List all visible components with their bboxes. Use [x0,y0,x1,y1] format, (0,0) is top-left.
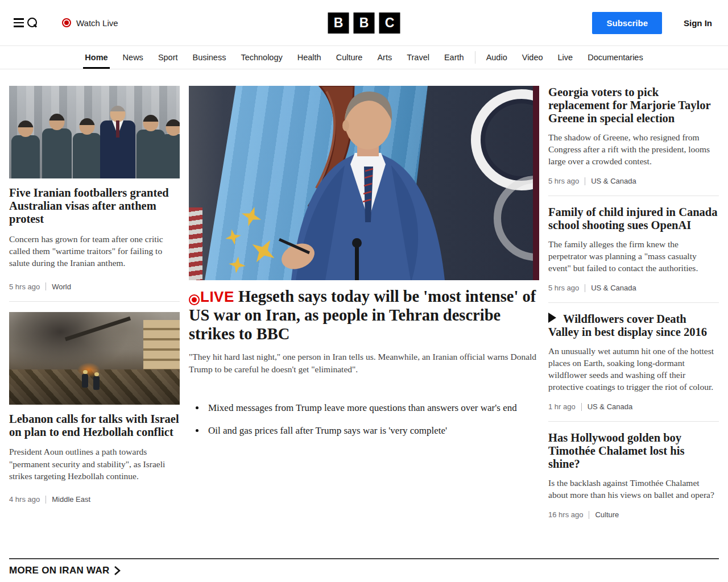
nav-item-arts[interactable]: Arts [370,46,399,69]
story-summary: President Aoun outlines a path towards "… [9,446,180,482]
section-title: MORE ON IRAN WAR [9,565,110,576]
timestamp: 16 hrs ago [548,510,583,519]
live-headline-link[interactable]: Hegseth says today will be 'most intense… [189,288,536,343]
nav-item-documentaries[interactable]: Documentaries [580,46,651,69]
more-on-iran-war-link[interactable]: MORE ON IRAN WAR [9,565,121,576]
nav-divider [475,51,475,64]
timestamp: 4 hrs ago [9,495,40,504]
timestamp: 1 hr ago [548,402,576,411]
logo-block: B [328,13,349,34]
story-card-wildflowers: Wildflowers cover Death Valley in best d… [548,313,719,411]
lebanon-image[interactable] [9,312,180,405]
bullet-link[interactable]: Oil and gas prices fall after Trump says… [208,425,447,436]
live-story-card: LIVE Hegseth says today will be 'most in… [189,86,539,436]
story-card-chalamet: Has Hollywood golden boy Timothée Chalam… [548,431,719,519]
story-divider [548,196,719,196]
more-on-iran-war-section: MORE ON IRAN WAR BBC VERIFY [0,558,728,582]
story-headline[interactable]: Family of child injured in Canada school… [548,206,718,231]
hamburger-icon [14,18,24,27]
right-column: Georgia voters to pick replacement for M… [548,86,719,519]
nav-item-live[interactable]: Live [551,46,581,69]
logo-block: B [354,13,375,34]
story-summary: An unusually wet autumn hit one of the h… [548,345,719,393]
live-dot-icon [62,18,71,27]
story-headline[interactable]: Wildflowers cover Death Valley in best d… [548,313,707,338]
story-summary: Is the backlash against Timothée Chalame… [548,477,719,501]
meta-divider [589,511,589,519]
story-meta: 5 hrs ago US & Canada [548,177,719,185]
nav-item-home[interactable]: Home [77,46,115,69]
timestamp: 5 hrs ago [548,284,579,292]
story-summary: Concern has grown for team after one cri… [9,233,180,269]
watch-live-label: Watch Live [76,18,118,28]
live-badge: LIVE [200,288,234,305]
top-bar: Watch Live B B C Subscribe Sign In [0,0,728,45]
story-card-footballers: Five Iranian footballers granted Austral… [9,86,180,291]
nav-item-business[interactable]: Business [185,46,234,69]
section-link[interactable]: US & Canada [591,177,636,185]
section-link[interactable]: Culture [595,510,619,519]
story-card-georgia: Georgia voters to pick replacement for M… [548,86,719,185]
meta-divider [585,177,585,185]
nav-item-health[interactable]: Health [290,46,329,69]
logo-block: C [379,13,400,34]
sign-in-button[interactable]: Sign In [684,18,712,28]
hegseth-image[interactable] [189,86,539,280]
play-icon [548,313,556,323]
story-card-openai: Family of child injured in Canada school… [548,206,719,292]
bbc-logo[interactable]: B B C [328,13,400,34]
nav-item-video[interactable]: Video [515,46,551,69]
microphone [355,247,359,280]
story-meta: 4 hrs ago Middle East [9,495,180,504]
home-grid: Five Iranian footballers granted Austral… [0,69,728,519]
search-icon [27,17,38,28]
story-meta: 16 hrs ago Culture [548,510,719,519]
nav-item-technology[interactable]: Technology [233,46,289,69]
nav-item-news[interactable]: News [115,46,151,69]
subscribe-button[interactable]: Subscribe [592,12,662,34]
timestamp: 5 hrs ago [548,177,579,185]
story-headline[interactable]: Lebanon calls for talks with Israel on p… [9,413,179,438]
section-divider [9,558,719,559]
chevron-right-icon [114,566,121,575]
nav-item-travel[interactable]: Travel [399,46,437,69]
meta-divider [46,496,46,504]
center-column: LIVE Hegseth says today will be 'most in… [189,86,539,519]
meta-divider [46,282,46,290]
story-card-lebanon: Lebanon calls for talks with Israel on p… [9,312,180,504]
story-summary: The family alleges the firm knew the per… [548,238,719,274]
live-headline: LIVE Hegseth says today will be 'most in… [189,288,539,343]
nav-item-earth[interactable]: Earth [437,46,471,69]
timestamp: 5 hrs ago [9,282,40,291]
live-summary: "They hit hard last night," one person i… [189,351,539,375]
primary-nav: Home News Sport Business Technology Heal… [0,45,728,69]
menu-search-button[interactable] [14,17,38,28]
nav-item-audio[interactable]: Audio [479,46,515,69]
story-headline[interactable]: Has Hollywood golden boy Timothée Chalam… [548,431,684,470]
watch-live-button[interactable]: Watch Live [62,18,118,28]
section-link[interactable]: World [52,282,71,291]
meta-divider [581,403,582,411]
story-divider [9,301,180,302]
story-summary: The shadow of Greene, who resigned from … [548,131,719,167]
story-headline[interactable]: Georgia voters to pick replacement for M… [548,86,710,124]
nav-item-sport[interactable]: Sport [151,46,185,69]
story-divider [548,421,719,422]
section-link[interactable]: US & Canada [591,284,636,292]
story-meta: 5 hrs ago World [9,282,180,291]
live-icon [189,294,200,305]
story-divider [548,302,719,303]
nav-item-culture[interactable]: Culture [329,46,370,69]
bullet-link[interactable]: Mixed messages from Trump leave more que… [208,402,517,413]
pentagon-seal [471,89,539,190]
story-headline[interactable]: Five Iranian footballers granted Austral… [9,186,169,225]
left-column: Five Iranian footballers granted Austral… [9,86,180,519]
section-link[interactable]: Middle East [52,495,90,504]
footballers-image[interactable] [9,86,180,178]
section-link[interactable]: US & Canada [588,402,633,411]
meta-divider [585,284,585,292]
story-meta: 1 hr ago US & Canada [548,402,719,411]
story-meta: 5 hrs ago US & Canada [548,284,719,292]
related-bullets: Mixed messages from Trump leave more que… [196,402,539,437]
speaker-figure [268,86,462,280]
